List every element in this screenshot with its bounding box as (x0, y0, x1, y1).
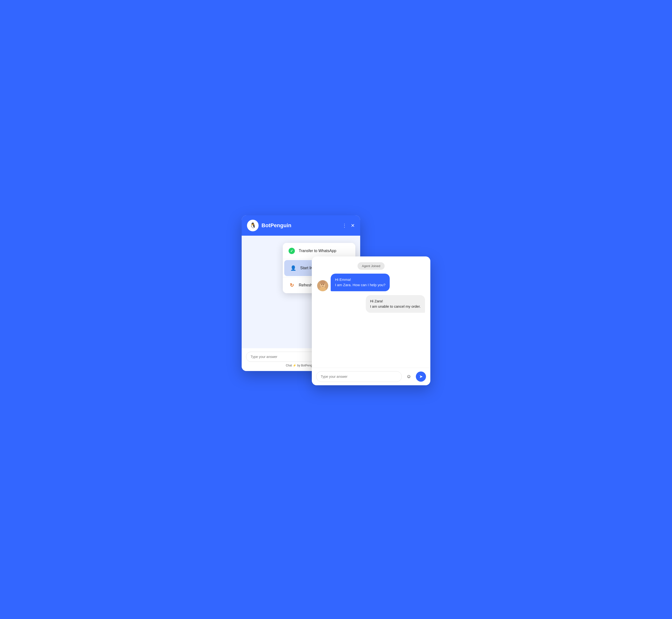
agent-avatar (317, 280, 328, 291)
bot-logo-icon: 🐧 (250, 222, 256, 229)
user-msg-line2: I am unable to cancel my order. (370, 304, 421, 310)
agent-joined-row: Agent Joined (317, 257, 425, 274)
svg-point-5 (320, 281, 325, 284)
brand-name: BotPenguin (261, 222, 339, 229)
agent-joined-badge: Agent Joined (358, 262, 385, 270)
agent-msg-line1: Hi Emma! (335, 277, 385, 283)
agent-bubble: Hi Emma! I am Zara. How can I help you? (331, 274, 390, 291)
whatsapp-circle-icon: ✓ (289, 248, 295, 254)
refresh-circle-icon: ↻ (290, 282, 294, 288)
agent-message-row: Hi Emma! I am Zara. How can I help you? (317, 274, 425, 291)
agent-msg-line2: I am Zara. How can I help you? (335, 282, 385, 288)
scene: 🐧 BotPenguin ⋮ ✕ ✓ Transfer to WhatsApp (242, 215, 430, 404)
close-icon[interactable]: ✕ (351, 223, 355, 228)
emoji-icon: ☺ (407, 374, 411, 379)
front-input-area: ☺ ➤ (312, 368, 430, 385)
front-input-field[interactable] (316, 371, 402, 382)
user-msg-line1: Hi Zara! (370, 298, 421, 304)
send-icon: ➤ (419, 374, 423, 379)
powered-by-text: Chat (286, 364, 292, 367)
more-icon[interactable]: ⋮ (342, 223, 347, 228)
front-body: Agent Joined Hi Emm (312, 257, 430, 368)
emoji-button[interactable]: ☺ (404, 372, 413, 381)
send-button[interactable]: ➤ (416, 371, 426, 382)
agent-joined-text: Agent Joined (362, 264, 380, 268)
whatsapp-label: Transfer to WhatsApp (299, 249, 336, 253)
logo-circle: 🐧 (247, 220, 259, 231)
user-bubble: Hi Zara! I am unable to cancel my order. (366, 295, 425, 313)
widget-header: 🐧 BotPenguin ⋮ ✕ (242, 215, 360, 236)
refresh-icon: ↻ (288, 282, 295, 289)
whatsapp-icon: ✓ (288, 247, 295, 255)
header-icons: ⋮ ✕ (342, 223, 355, 228)
bolt-icon: ⚡ (293, 364, 296, 367)
user-message-row: Hi Zara! I am unable to cancel my order. (317, 295, 425, 313)
widget-front: Agent Joined Hi Emm (312, 257, 430, 385)
person-icon: 👤 (290, 265, 296, 271)
live-chat-icon: 👤 (290, 264, 297, 272)
